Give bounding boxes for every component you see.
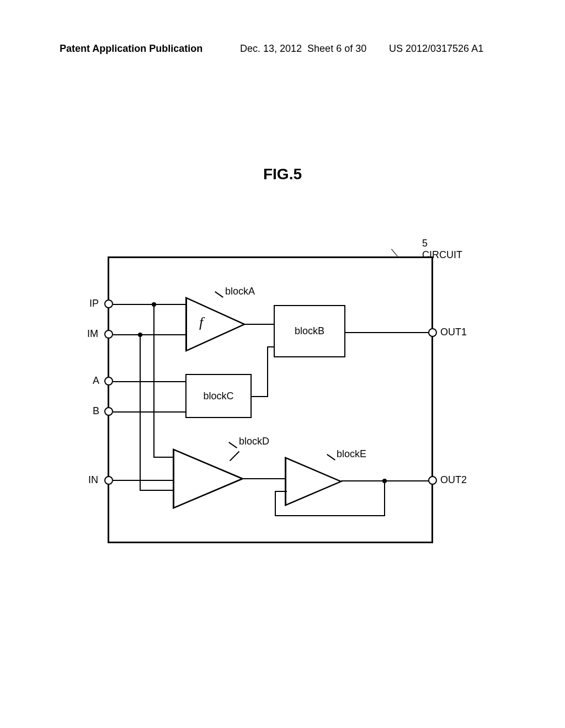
ref-leader-line [391, 236, 413, 256]
pub-date: Dec. 13, 2012 Sheet 6 of 30 [240, 43, 366, 55]
wire [243, 478, 286, 479]
block-d-label: blockD [239, 436, 269, 447]
block-a-amp [185, 297, 246, 352]
label-ip: IP [89, 298, 99, 309]
terminal-b [104, 407, 113, 416]
wire [113, 304, 188, 305]
wire [267, 346, 275, 347]
label-out1: OUT1 [440, 326, 467, 338]
pub-number: US 2012/0317526 A1 [389, 43, 483, 55]
wire [113, 411, 185, 413]
wire [113, 381, 185, 382]
circuit-diagram: 5 CIRCUIT IP IM A B IN OUT1 OUT2 f b [91, 245, 433, 543]
wire [275, 515, 385, 516]
block-e-label: blockE [337, 448, 366, 460]
terminal-im [104, 330, 113, 339]
wire [252, 396, 268, 397]
terminal-out2 [428, 476, 437, 485]
terminal-out1 [428, 328, 437, 337]
label-leader [228, 442, 237, 448]
wire [113, 480, 175, 481]
terminal-a [104, 377, 113, 386]
label-out2: OUT2 [440, 474, 467, 486]
circuit-boundary: IP IM A B IN OUT1 OUT2 f blockA [108, 256, 433, 543]
wire [245, 324, 274, 325]
wire [275, 491, 276, 516]
wire [153, 304, 154, 457]
block-a-label: blockA [225, 286, 255, 297]
wire [113, 334, 188, 335]
terminal-in [104, 476, 113, 485]
label-a: A [93, 375, 99, 387]
terminal-ip [104, 299, 113, 308]
block-b: blockB [274, 305, 345, 357]
wire [384, 480, 385, 516]
block-e-amp [285, 457, 343, 506]
wire [267, 346, 268, 397]
wire [140, 490, 175, 491]
block-a-func-symbol: f [199, 314, 203, 331]
wire [345, 332, 429, 333]
figure-title: FIG.5 [0, 165, 565, 183]
wire [275, 491, 287, 492]
block-c: blockC [185, 374, 252, 418]
label-b: B [93, 405, 99, 417]
label-in: IN [88, 474, 98, 486]
pub-type: Patent Application Publication [60, 43, 202, 55]
label-im: IM [87, 328, 98, 340]
